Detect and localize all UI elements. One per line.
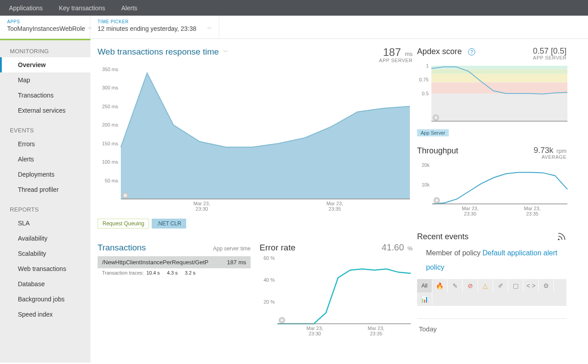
svg-rect-22 [431, 66, 567, 69]
svg-text:350 ms: 350 ms [102, 67, 119, 72]
event-filter-5[interactable]: ✐ [493, 279, 508, 292]
sidebar-group: MONITORING [0, 39, 90, 57]
sidebar-item-errors[interactable]: Errors [0, 136, 90, 152]
apdex-chart[interactable]: 0.50.751 [417, 64, 569, 127]
event-filter-0[interactable]: All [417, 279, 432, 292]
throughput-value: 9.73k rpm [534, 146, 567, 154]
nav-key-transactions[interactable]: Key transactions [59, 4, 106, 12]
app-picker[interactable]: APPS TooManyInstancesWebRole﹀ [0, 16, 90, 38]
svg-text:23:30: 23:30 [464, 211, 477, 216]
sidebar: MONITORINGOverviewMapTransactionsExterna… [0, 39, 90, 363]
event-filter-row: All🔥✎⊘△✐▢< >⚙📊 [417, 279, 567, 306]
legend--net-clr[interactable]: .NET CLR [152, 219, 186, 229]
svg-text:20 %: 20 % [264, 299, 275, 305]
recent-events-title: Recent events [417, 232, 469, 241]
event-filter-6[interactable]: ▢ [508, 279, 524, 292]
error-rate-title[interactable]: Error rate [260, 243, 295, 253]
transaction-value: 187 ms [227, 259, 246, 266]
svg-point-21 [279, 317, 285, 323]
time-picker[interactable]: TIME PICKER 12 minutes ending yesterday,… [90, 16, 219, 38]
svg-text:10k: 10k [422, 182, 430, 187]
transaction-row[interactable]: /NewHttpClientInstancePerRequest/GetP 18… [98, 256, 251, 268]
event-filter-8[interactable]: ⚙ [539, 279, 554, 292]
chevron-down-icon: ﹀ [223, 49, 228, 55]
response-legend: Request Queuing.NET CLR [98, 219, 413, 229]
transactions-sub: App server time [213, 245, 251, 252]
time-picker-label: TIME PICKER [98, 19, 212, 24]
svg-point-12 [122, 192, 128, 199]
events-today-label: Today [417, 318, 567, 333]
error-rate-value: 41.60 % [382, 243, 413, 252]
sidebar-item-transactions[interactable]: Transactions [0, 88, 90, 103]
svg-text:200 ms: 200 ms [102, 122, 119, 127]
svg-rect-24 [431, 74, 567, 83]
response-time-title[interactable]: Web transactions response time ﹀ [98, 47, 228, 57]
svg-rect-23 [431, 69, 567, 74]
svg-text:Mar 23,: Mar 23, [326, 201, 343, 206]
transaction-name: /NewHttpClientInstancePerRequest/GetP [102, 259, 209, 266]
sidebar-item-thread-profiler[interactable]: Thread profiler [0, 182, 90, 197]
throughput-chart[interactable]: 10k20kMar 23,23:30Mar 23,23:35 [417, 163, 569, 219]
apdex-legend: App Server [417, 129, 449, 136]
event-filter-2[interactable]: ✎ [447, 279, 463, 292]
sidebar-item-overview[interactable]: Overview [0, 57, 90, 72]
transaction-traces: Transaction traces:10.4 s4.3 s3.2 s [98, 268, 251, 277]
svg-text:23:35: 23:35 [526, 211, 539, 216]
sidebar-item-background-jobs[interactable]: Background jobs [0, 292, 90, 307]
event-filter-9[interactable]: 📊 [417, 292, 432, 306]
event-filter-7[interactable]: < > [524, 279, 539, 292]
nav-alerts[interactable]: Alerts [121, 4, 137, 12]
response-time-sub: APP SERVER [379, 58, 413, 63]
sidebar-item-availability[interactable]: Availability [0, 231, 90, 246]
sidebar-item-external-services[interactable]: External services [0, 103, 90, 118]
svg-text:50 ms: 50 ms [105, 178, 118, 183]
sidebar-item-scalability[interactable]: Scalability [0, 246, 90, 261]
event-filter-4[interactable]: △ [478, 279, 493, 292]
response-time-value: 187 ms [379, 47, 413, 58]
svg-rect-26 [431, 93, 567, 121]
svg-text:23:30: 23:30 [309, 331, 321, 336]
context-bar: APPS TooManyInstancesWebRole﹀ TIME PICKE… [0, 16, 588, 39]
svg-text:0.75: 0.75 [419, 77, 429, 82]
svg-text:23:35: 23:35 [328, 206, 341, 212]
svg-text:23:30: 23:30 [196, 206, 208, 212]
event-filter-1[interactable]: 🔥 [432, 279, 447, 292]
chevron-down-icon: ﹀ [207, 25, 212, 32]
transactions-title[interactable]: Transactions [98, 243, 146, 253]
help-icon[interactable]: ? [468, 48, 475, 55]
app-status-indicator [0, 39, 90, 40]
svg-text:Mar 23,: Mar 23, [368, 326, 384, 331]
svg-text:23:35: 23:35 [370, 331, 383, 336]
main-content: Web transactions response time ﹀ 187 ms … [90, 39, 588, 363]
svg-point-40 [558, 239, 560, 241]
sidebar-item-sla[interactable]: SLA [0, 216, 90, 231]
svg-text:40 %: 40 % [264, 277, 275, 283]
svg-text:Mar 23,: Mar 23, [462, 206, 478, 211]
sidebar-item-database[interactable]: Database [0, 276, 90, 292]
sidebar-item-speed-index[interactable]: Speed index [0, 307, 90, 322]
rss-icon[interactable] [557, 232, 567, 241]
svg-text:300 ms: 300 ms [102, 85, 119, 90]
legend-request-queuing[interactable]: Request Queuing [98, 219, 149, 229]
throughput-title: Throughput [417, 146, 458, 156]
policy-text: Member of policy Default application ale… [417, 246, 567, 275]
response-time-chart[interactable]: 50 ms100 ms150 ms200 ms250 ms300 ms350 m… [98, 67, 413, 214]
error-rate-chart[interactable]: 20 %40 %60 %Mar 23,23:30Mar 23,23:35 [260, 256, 413, 339]
svg-text:250 ms: 250 ms [102, 104, 119, 109]
svg-text:100 ms: 100 ms [102, 159, 119, 165]
time-picker-value: 12 minutes ending yesterday, 23:38 [98, 25, 196, 32]
nav-applications[interactable]: Applications [9, 4, 43, 12]
svg-text:Mar 23,: Mar 23, [524, 206, 541, 211]
top-nav: Applications Key transactions Alerts [0, 0, 588, 16]
svg-point-39 [434, 197, 440, 203]
sidebar-item-alerts[interactable]: Alerts [0, 152, 90, 167]
event-filter-3[interactable]: ⊘ [463, 279, 478, 292]
sidebar-item-web-transactions[interactable]: Web transactions [0, 261, 90, 276]
svg-point-31 [433, 114, 439, 121]
svg-text:Mar 23,: Mar 23, [307, 326, 323, 331]
sidebar-item-deployments[interactable]: Deployments [0, 167, 90, 182]
apdex-sub: APP SERVER [533, 55, 567, 60]
sidebar-item-map[interactable]: Map [0, 72, 90, 88]
svg-text:0.5: 0.5 [422, 91, 429, 96]
svg-text:20k: 20k [422, 163, 430, 168]
